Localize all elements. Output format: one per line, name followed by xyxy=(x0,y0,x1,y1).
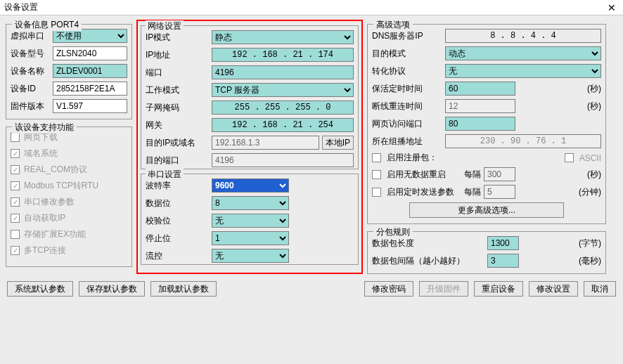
timed-input[interactable] xyxy=(484,185,515,199)
nodata-label: 启用无数据重启 xyxy=(387,169,461,181)
webport-input[interactable] xyxy=(445,117,515,131)
baud-label: 波特率 xyxy=(146,180,209,192)
pkt-len-input[interactable] xyxy=(487,236,519,250)
dest-mode-select[interactable]: 动态 xyxy=(445,46,601,60)
pkt-len-unit: (字节) xyxy=(579,238,601,249)
advanced-group: 高级选项 DNS服务器IP8 . 8 . 4 . 4 目的模式动态 转化协议无 … xyxy=(367,24,606,224)
dns-input[interactable]: 8 . 8 . 4 . 4 xyxy=(445,29,601,43)
parity-label: 校验位 xyxy=(146,215,209,227)
nodata-checkbox[interactable] xyxy=(372,170,381,179)
port-input[interactable] xyxy=(212,65,354,79)
serial-group: 串口设置 波特率9600 数据位8 校验位无 停止位1 流控无 xyxy=(141,174,359,265)
fw-label: 固件版本 xyxy=(11,100,50,112)
ip-mode-select[interactable]: 静态 xyxy=(212,30,354,44)
pkt-interval-input[interactable] xyxy=(487,254,519,268)
name-input[interactable] xyxy=(53,64,127,78)
model-label: 设备型号 xyxy=(11,48,50,60)
close-icon[interactable]: ✕ xyxy=(605,2,619,13)
pkt-len-label: 数据包长度 xyxy=(372,238,484,249)
id-input[interactable] xyxy=(53,82,127,96)
reg-pkt-label: 启用注册包： xyxy=(387,152,437,164)
window-title: 设备设置 xyxy=(4,1,605,13)
features-legend: 该设备支持功能 xyxy=(12,122,77,134)
port-label: 端口 xyxy=(146,67,209,79)
ascii-checkbox[interactable] xyxy=(565,153,574,162)
flow-select[interactable]: 无 xyxy=(212,249,289,263)
timed-label: 启用定时发送参数 xyxy=(387,186,461,198)
ip-addr-label: IP地址 xyxy=(146,49,209,61)
proto-select[interactable]: 无 xyxy=(445,64,601,78)
ip-mode-label: IP模式 xyxy=(146,32,209,44)
parity-select[interactable]: 无 xyxy=(212,214,289,228)
dns-label: DNS服务器IP xyxy=(372,30,442,42)
save-default-button[interactable]: 保存默认参数 xyxy=(79,281,145,297)
load-default-button[interactable]: 加载默认参数 xyxy=(150,281,217,297)
reconnect-unit: (秒) xyxy=(587,100,601,112)
timed-checkbox[interactable] xyxy=(372,188,381,197)
dest-ip-input[interactable] xyxy=(212,136,319,150)
name-label: 设备名称 xyxy=(11,65,50,77)
pkt-interval-label: 数据包间隔（越小越好） xyxy=(372,255,484,267)
fw-input[interactable] xyxy=(53,99,127,113)
nodata-unit: (秒) xyxy=(587,169,601,181)
reboot-button[interactable]: 重启设备 xyxy=(474,281,523,297)
work-mode-select[interactable]: TCP 服务器 xyxy=(212,83,354,97)
chk-serial-mod: ✓串口修改参数 xyxy=(11,196,127,208)
ascii-label: ASCII xyxy=(579,153,601,163)
nodata-input[interactable] xyxy=(484,167,515,181)
reg-pkt-checkbox[interactable] xyxy=(372,153,381,162)
model-input[interactable] xyxy=(53,46,127,60)
data-label: 数据位 xyxy=(146,197,209,209)
gw-input[interactable]: 192 . 168 . 21 . 254 xyxy=(212,118,354,132)
virtual-serial-label: 虚拟串口 xyxy=(11,30,50,42)
dest-port-input[interactable] xyxy=(212,153,354,167)
local-ip-button[interactable]: 本地IP xyxy=(322,136,354,150)
stop-label: 停止位 xyxy=(146,233,209,245)
chk-auto-ip: ✓自动获取IP xyxy=(11,212,127,224)
serial-legend: 串口设置 xyxy=(146,169,184,181)
more-advanced-button[interactable]: 更多高级选项... xyxy=(409,202,564,218)
features-group: 该设备支持功能 网页下载 ✓域名系统 ✓REAL_COM协议 ✓Modbus T… xyxy=(6,126,132,267)
device-info-legend: 设备信息 PORT4 xyxy=(12,19,82,31)
timed-unit: (分钟) xyxy=(579,186,601,198)
virtual-serial-select[interactable]: 不使用 xyxy=(53,29,127,43)
titlebar: 设备设置 ✕ xyxy=(0,0,623,15)
apply-button[interactable]: 修改设置 xyxy=(529,281,578,297)
dest-ip-label: 目的IP或域名 xyxy=(146,137,209,149)
chk-dns: ✓域名系统 xyxy=(11,148,127,160)
packet-rules-legend: 分包规则 xyxy=(373,226,413,238)
highlighted-panel: 网络设置 IP模式静态 IP地址192 . 168 . 21 . 174 端口 … xyxy=(136,20,363,274)
network-legend: 网络设置 xyxy=(146,20,184,32)
work-mode-label: 工作模式 xyxy=(146,84,209,96)
reconnect-input[interactable] xyxy=(445,99,515,113)
keepalive-label: 保活定时时间 xyxy=(372,83,442,95)
keepalive-unit: (秒) xyxy=(587,83,601,95)
change-password-button[interactable]: 修改密码 xyxy=(364,281,413,297)
nodata-every-label: 每隔 xyxy=(464,169,481,181)
dest-port-label: 目的端口 xyxy=(146,155,209,167)
data-select[interactable]: 8 xyxy=(212,196,289,210)
id-label: 设备ID xyxy=(11,83,50,95)
device-info-group: 设备信息 PORT4 虚拟串口 不使用 设备型号 设备名称 设备ID 固件版本 xyxy=(6,24,132,119)
sys-default-button[interactable]: 系统默认参数 xyxy=(7,281,73,297)
upgrade-firmware-button[interactable]: 升级固件 xyxy=(419,281,468,297)
packet-rules-group: 分包规则 数据包长度(字节) 数据包间隔（越小越好）(毫秒) xyxy=(367,231,606,274)
chk-realcom: ✓REAL_COM协议 xyxy=(11,164,127,176)
chk-multi-tcp: ✓多TCP连接 xyxy=(11,245,127,256)
multicast-input[interactable]: 230 . 90 . 76 . 1 xyxy=(445,134,601,148)
mask-input[interactable]: 255 . 255 . 255 . 0 xyxy=(212,100,354,115)
baud-select[interactable]: 9600 xyxy=(212,178,289,193)
webport-label: 网页访问端口 xyxy=(372,118,442,130)
pkt-interval-unit: (毫秒) xyxy=(579,255,601,267)
keepalive-input[interactable] xyxy=(445,82,515,96)
flow-label: 流控 xyxy=(146,250,209,262)
gw-label: 网关 xyxy=(146,119,209,131)
button-bar: 系统默认参数 保存默认参数 加载默认参数 修改密码 升级固件 重启设备 修改设置… xyxy=(0,278,623,299)
network-group: 网络设置 IP模式静态 IP地址192 . 168 . 21 . 174 端口 … xyxy=(141,25,359,169)
reconnect-label: 断线重连时间 xyxy=(372,100,442,112)
chk-storage-ex: 存储扩展EX功能 xyxy=(11,228,127,240)
ip-addr-input[interactable]: 192 . 168 . 21 . 174 xyxy=(212,48,354,62)
proto-label: 转化协议 xyxy=(372,65,442,77)
cancel-button[interactable]: 取消 xyxy=(584,281,616,297)
stop-select[interactable]: 1 xyxy=(212,231,289,245)
